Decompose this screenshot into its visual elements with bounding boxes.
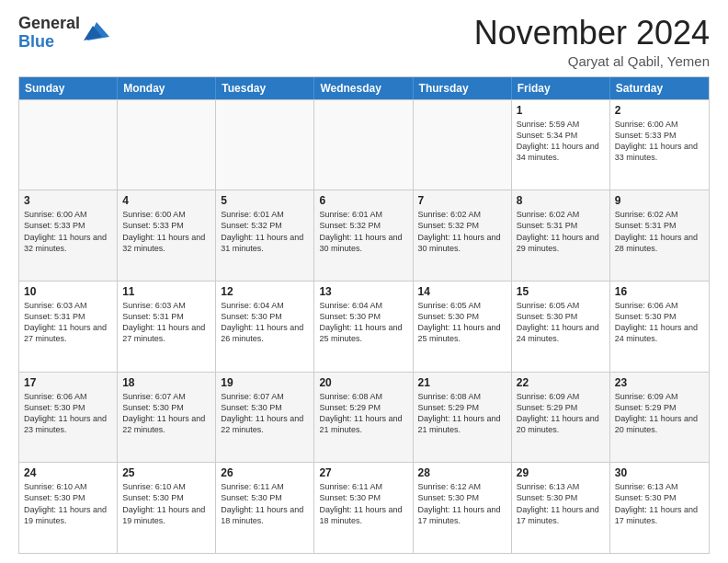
day-info: Sunrise: 6:10 AM Sunset: 5:30 PM Dayligh… xyxy=(24,481,112,526)
day-number: 28 xyxy=(418,466,506,479)
cal-cell: 28Sunrise: 6:12 AM Sunset: 5:30 PM Dayli… xyxy=(414,463,512,553)
cal-cell: 21Sunrise: 6:08 AM Sunset: 5:29 PM Dayli… xyxy=(414,373,512,463)
cal-cell xyxy=(216,100,314,190)
day-info: Sunrise: 6:02 AM Sunset: 5:31 PM Dayligh… xyxy=(615,209,704,254)
day-info: Sunrise: 6:01 AM Sunset: 5:32 PM Dayligh… xyxy=(221,209,309,254)
day-number: 20 xyxy=(319,376,407,389)
cal-cell xyxy=(414,100,512,190)
day-info: Sunrise: 6:04 AM Sunset: 5:30 PM Dayligh… xyxy=(221,300,309,345)
cal-week-1: 1Sunrise: 5:59 AM Sunset: 5:34 PM Daylig… xyxy=(19,99,709,190)
cal-cell: 23Sunrise: 6:09 AM Sunset: 5:29 PM Dayli… xyxy=(610,373,709,463)
day-number: 21 xyxy=(418,376,506,389)
cal-cell: 6Sunrise: 6:01 AM Sunset: 5:32 PM Daylig… xyxy=(314,190,413,281)
day-info: Sunrise: 6:07 AM Sunset: 5:30 PM Dayligh… xyxy=(122,391,210,436)
cal-week-3: 10Sunrise: 6:03 AM Sunset: 5:31 PM Dayli… xyxy=(19,281,709,372)
cal-header-thursday: Thursday xyxy=(414,77,512,99)
day-number: 13 xyxy=(319,285,407,298)
cal-header-friday: Friday xyxy=(512,77,610,99)
cal-cell: 9Sunrise: 6:02 AM Sunset: 5:31 PM Daylig… xyxy=(610,190,709,281)
day-number: 3 xyxy=(24,194,112,207)
cal-cell: 14Sunrise: 6:05 AM Sunset: 5:30 PM Dayli… xyxy=(414,282,512,372)
day-info: Sunrise: 6:08 AM Sunset: 5:29 PM Dayligh… xyxy=(319,391,407,436)
day-info: Sunrise: 6:03 AM Sunset: 5:31 PM Dayligh… xyxy=(24,300,112,345)
day-info: Sunrise: 6:12 AM Sunset: 5:30 PM Dayligh… xyxy=(418,481,506,526)
day-info: Sunrise: 6:02 AM Sunset: 5:32 PM Dayligh… xyxy=(418,209,506,254)
day-number: 7 xyxy=(418,194,506,207)
cal-cell: 3Sunrise: 6:00 AM Sunset: 5:33 PM Daylig… xyxy=(19,190,118,281)
day-number: 30 xyxy=(615,466,704,479)
cal-cell: 13Sunrise: 6:04 AM Sunset: 5:30 PM Dayli… xyxy=(314,282,413,372)
cal-cell: 30Sunrise: 6:13 AM Sunset: 5:30 PM Dayli… xyxy=(610,463,709,553)
cal-cell: 11Sunrise: 6:03 AM Sunset: 5:31 PM Dayli… xyxy=(118,282,216,372)
day-number: 22 xyxy=(517,376,605,389)
cal-cell: 26Sunrise: 6:11 AM Sunset: 5:30 PM Dayli… xyxy=(216,463,314,553)
cal-week-4: 17Sunrise: 6:06 AM Sunset: 5:30 PM Dayli… xyxy=(19,372,709,463)
day-info: Sunrise: 6:02 AM Sunset: 5:31 PM Dayligh… xyxy=(517,209,605,254)
day-number: 17 xyxy=(24,376,112,389)
day-info: Sunrise: 6:11 AM Sunset: 5:30 PM Dayligh… xyxy=(319,481,407,526)
day-info: Sunrise: 6:13 AM Sunset: 5:30 PM Dayligh… xyxy=(615,481,704,526)
day-number: 4 xyxy=(122,194,210,207)
day-number: 25 xyxy=(122,466,210,479)
day-number: 1 xyxy=(517,104,605,117)
cal-cell: 18Sunrise: 6:07 AM Sunset: 5:30 PM Dayli… xyxy=(118,373,216,463)
day-number: 8 xyxy=(517,194,605,207)
day-info: Sunrise: 6:09 AM Sunset: 5:29 PM Dayligh… xyxy=(517,391,605,436)
day-info: Sunrise: 6:01 AM Sunset: 5:32 PM Dayligh… xyxy=(319,209,407,254)
logo-text: General Blue xyxy=(18,15,80,52)
day-info: Sunrise: 6:03 AM Sunset: 5:31 PM Dayligh… xyxy=(122,300,210,345)
cal-cell xyxy=(118,100,216,190)
logo-blue: Blue xyxy=(18,33,80,52)
day-number: 23 xyxy=(615,376,704,389)
day-number: 19 xyxy=(221,376,309,389)
day-number: 29 xyxy=(517,466,605,479)
cal-week-5: 24Sunrise: 6:10 AM Sunset: 5:30 PM Dayli… xyxy=(19,462,709,553)
cal-cell: 2Sunrise: 6:00 AM Sunset: 5:33 PM Daylig… xyxy=(610,100,709,190)
cal-cell: 24Sunrise: 6:10 AM Sunset: 5:30 PM Dayli… xyxy=(19,463,118,553)
cal-cell xyxy=(314,100,413,190)
calendar: SundayMondayTuesdayWednesdayThursdayFrid… xyxy=(18,76,710,554)
day-number: 26 xyxy=(221,466,309,479)
calendar-body: 1Sunrise: 5:59 AM Sunset: 5:34 PM Daylig… xyxy=(19,99,709,553)
cal-cell xyxy=(19,100,118,190)
day-number: 14 xyxy=(418,285,506,298)
day-number: 15 xyxy=(517,285,605,298)
cal-header-sunday: Sunday xyxy=(19,77,118,99)
cal-cell: 25Sunrise: 6:10 AM Sunset: 5:30 PM Dayli… xyxy=(118,463,216,553)
cal-cell: 20Sunrise: 6:08 AM Sunset: 5:29 PM Dayli… xyxy=(314,373,413,463)
day-info: Sunrise: 6:06 AM Sunset: 5:30 PM Dayligh… xyxy=(615,300,704,345)
cal-header-monday: Monday xyxy=(118,77,216,99)
cal-header-wednesday: Wednesday xyxy=(314,77,413,99)
cal-cell: 16Sunrise: 6:06 AM Sunset: 5:30 PM Dayli… xyxy=(610,282,709,372)
day-number: 27 xyxy=(319,466,407,479)
cal-cell: 12Sunrise: 6:04 AM Sunset: 5:30 PM Dayli… xyxy=(216,282,314,372)
day-info: Sunrise: 6:11 AM Sunset: 5:30 PM Dayligh… xyxy=(221,481,309,526)
cal-cell: 4Sunrise: 6:00 AM Sunset: 5:33 PM Daylig… xyxy=(118,190,216,281)
day-info: Sunrise: 6:00 AM Sunset: 5:33 PM Dayligh… xyxy=(24,209,112,254)
cal-cell: 29Sunrise: 6:13 AM Sunset: 5:30 PM Dayli… xyxy=(512,463,610,553)
day-number: 16 xyxy=(615,285,704,298)
day-info: Sunrise: 6:10 AM Sunset: 5:30 PM Dayligh… xyxy=(122,481,210,526)
day-number: 6 xyxy=(319,194,407,207)
cal-header-tuesday: Tuesday xyxy=(216,77,314,99)
cal-cell: 15Sunrise: 6:05 AM Sunset: 5:30 PM Dayli… xyxy=(512,282,610,372)
day-number: 10 xyxy=(24,285,112,298)
day-info: Sunrise: 6:13 AM Sunset: 5:30 PM Dayligh… xyxy=(517,481,605,526)
day-info: Sunrise: 6:08 AM Sunset: 5:29 PM Dayligh… xyxy=(418,391,506,436)
day-number: 11 xyxy=(122,285,210,298)
title-block: November 2024 Qaryat al Qabil, Yemen xyxy=(474,15,710,69)
cal-week-2: 3Sunrise: 6:00 AM Sunset: 5:33 PM Daylig… xyxy=(19,190,709,281)
cal-cell: 7Sunrise: 6:02 AM Sunset: 5:32 PM Daylig… xyxy=(414,190,512,281)
month-title: November 2024 xyxy=(474,15,710,52)
logo: General Blue xyxy=(18,15,109,52)
calendar-header: SundayMondayTuesdayWednesdayThursdayFrid… xyxy=(19,77,709,99)
cal-cell: 22Sunrise: 6:09 AM Sunset: 5:29 PM Dayli… xyxy=(512,373,610,463)
day-info: Sunrise: 6:00 AM Sunset: 5:33 PM Dayligh… xyxy=(122,209,210,254)
day-number: 24 xyxy=(24,466,112,479)
cal-cell: 10Sunrise: 6:03 AM Sunset: 5:31 PM Dayli… xyxy=(19,282,118,372)
day-info: Sunrise: 6:05 AM Sunset: 5:30 PM Dayligh… xyxy=(517,300,605,345)
day-info: Sunrise: 6:05 AM Sunset: 5:30 PM Dayligh… xyxy=(418,300,506,345)
day-info: Sunrise: 6:04 AM Sunset: 5:30 PM Dayligh… xyxy=(319,300,407,345)
day-number: 12 xyxy=(221,285,309,298)
day-info: Sunrise: 6:07 AM Sunset: 5:30 PM Dayligh… xyxy=(221,391,309,436)
